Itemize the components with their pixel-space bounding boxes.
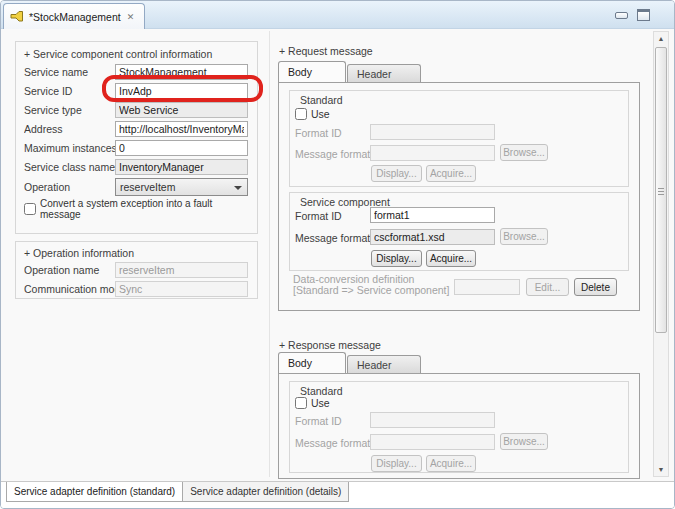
response-body-panel: Standard Use Format ID Message format Br… bbox=[278, 373, 640, 479]
data-conversion-delete-button[interactable]: Delete bbox=[574, 278, 617, 296]
address-row: Address bbox=[24, 121, 248, 137]
column-divider bbox=[269, 31, 270, 477]
request-std-message-format-label: Message format bbox=[295, 148, 370, 160]
address-field[interactable] bbox=[115, 121, 248, 137]
address-label: Address bbox=[24, 123, 115, 135]
service-name-label: Service name bbox=[24, 66, 115, 78]
operation-select[interactable]: reserveItem bbox=[115, 178, 248, 196]
service-type-field bbox=[115, 102, 248, 118]
service-id-field[interactable] bbox=[115, 83, 248, 99]
service-id-label: Service ID bbox=[24, 85, 115, 97]
vertical-scrollbar[interactable]: ▲ ▼ bbox=[653, 31, 669, 477]
service-id-row: Service ID bbox=[24, 83, 248, 99]
request-component-group: Service component Format ID Message form… bbox=[289, 192, 629, 271]
response-tab-header[interactable]: Header bbox=[347, 355, 421, 373]
bottom-tab-standard[interactable]: Service adapter definition (standard) bbox=[6, 482, 183, 502]
response-tab-body[interactable]: Body bbox=[278, 352, 346, 373]
editor-window: *StockManagement ✕ + Service component c… bbox=[0, 0, 675, 509]
response-message-title: + Response message bbox=[279, 339, 381, 351]
data-conversion-field bbox=[454, 279, 520, 295]
minimize-icon[interactable] bbox=[615, 12, 628, 19]
request-tab-body[interactable]: Body bbox=[278, 61, 346, 82]
bottom-tab-standard-label: Service adapter definition (standard) bbox=[14, 486, 175, 497]
comm-model-label: Communication model bbox=[24, 283, 115, 295]
bottom-tab-details[interactable]: Service adapter definition (details) bbox=[183, 482, 349, 502]
exception-checkbox-row: Convert a system exception into a fault … bbox=[24, 198, 249, 220]
comm-model-field bbox=[115, 281, 248, 297]
window-controls bbox=[615, 9, 650, 21]
class-name-row: Service class name bbox=[24, 159, 248, 175]
response-std-message-format-label: Message format bbox=[295, 437, 370, 449]
response-std-format-id-label: Format ID bbox=[295, 415, 342, 427]
service-type-row: Service type bbox=[24, 102, 248, 118]
response-use-checkbox[interactable] bbox=[295, 397, 307, 409]
tab-close-icon[interactable]: ✕ bbox=[126, 12, 136, 22]
editor-tab-bar: *StockManagement ✕ bbox=[1, 1, 674, 29]
scrollbar-grip-icon bbox=[658, 188, 664, 195]
operation-label: Operation bbox=[24, 181, 115, 193]
request-std-format-id-label: Format ID bbox=[295, 127, 342, 139]
maximize-icon[interactable] bbox=[637, 9, 650, 21]
response-use-row: Use bbox=[295, 397, 330, 409]
scroll-down-icon[interactable]: ▼ bbox=[654, 463, 668, 476]
bottom-tab-details-label: Service adapter definition (details) bbox=[190, 486, 341, 497]
request-comp-acquire-button[interactable]: Acquire... bbox=[426, 250, 476, 267]
request-tab-body-label: Body bbox=[288, 66, 312, 78]
request-comp-display-button[interactable]: Display... bbox=[371, 250, 422, 267]
request-comp-browse-button: Browse... bbox=[500, 228, 548, 245]
response-std-message-format-field bbox=[370, 434, 495, 450]
operation-info-title: + Operation information bbox=[24, 247, 249, 259]
bottom-tab-bar: Service adapter definition (standard) Se… bbox=[1, 481, 674, 508]
request-body-panel: Standard Use Format ID Message format Br… bbox=[278, 82, 640, 311]
editor-content: + Service component control information … bbox=[1, 29, 674, 481]
response-standard-group: Standard Use Format ID Message format Br… bbox=[289, 381, 629, 473]
request-std-message-format-field bbox=[370, 145, 495, 161]
request-tab-header[interactable]: Header bbox=[347, 64, 421, 82]
max-instances-field[interactable] bbox=[115, 140, 248, 156]
request-std-acquire-button: Acquire... bbox=[426, 165, 476, 182]
response-std-browse-button: Browse... bbox=[500, 433, 548, 450]
operation-name-label: Operation name bbox=[24, 264, 115, 276]
operation-info-group: + Operation information Operation name C… bbox=[15, 241, 258, 299]
control-info-group: + Service component control information … bbox=[15, 41, 258, 234]
request-use-checkbox[interactable] bbox=[295, 108, 307, 120]
response-std-format-id-field bbox=[370, 412, 495, 428]
operation-name-row: Operation name bbox=[24, 262, 248, 278]
scroll-up-icon[interactable]: ▲ bbox=[654, 32, 668, 45]
request-comp-message-format-field bbox=[370, 229, 495, 245]
max-instances-label: Maximum instances bbox=[24, 142, 115, 154]
request-comp-format-id-label: Format ID bbox=[295, 210, 342, 222]
class-name-label: Service class name bbox=[24, 161, 115, 173]
operation-name-field bbox=[115, 262, 248, 278]
request-std-browse-button: Browse... bbox=[500, 144, 548, 161]
request-comp-message-format-label: Message format bbox=[295, 232, 370, 244]
max-instances-row: Maximum instances bbox=[24, 140, 248, 156]
request-tab-header-label: Header bbox=[357, 68, 391, 80]
request-standard-title: Standard bbox=[300, 94, 343, 106]
control-info-title: + Service component control information bbox=[24, 48, 249, 60]
request-tabs: Body Header bbox=[278, 61, 421, 82]
operation-select-value: reserveItem bbox=[120, 181, 175, 193]
response-std-display-button: Display... bbox=[371, 455, 422, 472]
request-std-format-id-field bbox=[370, 124, 495, 140]
request-standard-group: Standard Use Format ID Message format Br… bbox=[289, 90, 629, 187]
service-adapter-icon bbox=[10, 10, 24, 23]
editor-tab-stockmanagement[interactable]: *StockManagement ✕ bbox=[3, 3, 145, 29]
data-conversion-label-2: [Standard => Service component] bbox=[293, 284, 449, 296]
response-tab-header-label: Header bbox=[357, 359, 391, 371]
exception-checkbox[interactable] bbox=[24, 203, 36, 215]
scrollbar-thumb[interactable] bbox=[655, 47, 667, 333]
request-use-label: Use bbox=[311, 108, 330, 120]
response-std-acquire-button: Acquire... bbox=[426, 455, 476, 472]
response-standard-title: Standard bbox=[300, 385, 343, 397]
editor-tab-title: *StockManagement bbox=[29, 11, 121, 23]
response-tab-body-label: Body bbox=[288, 357, 312, 369]
chevron-down-icon bbox=[234, 186, 242, 190]
request-comp-format-id-field[interactable] bbox=[370, 207, 495, 223]
service-type-label: Service type bbox=[24, 104, 115, 116]
request-message-title: + Request message bbox=[279, 45, 373, 57]
exception-checkbox-label: Convert a system exception into a fault … bbox=[40, 198, 249, 220]
service-name-row: Service name bbox=[24, 64, 248, 80]
service-name-field[interactable] bbox=[115, 64, 248, 80]
class-name-field bbox=[115, 159, 248, 175]
